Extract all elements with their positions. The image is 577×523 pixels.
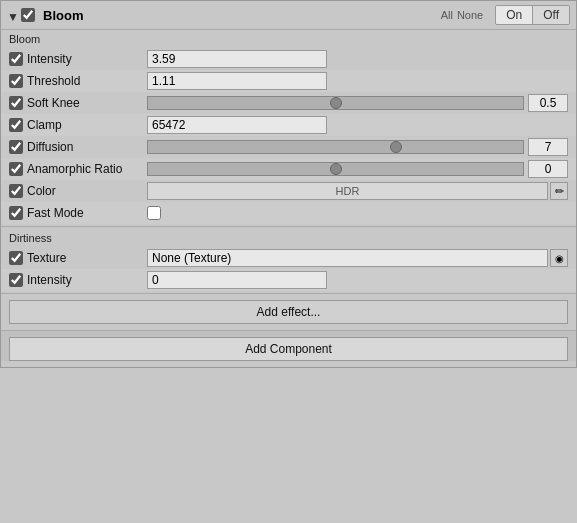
dirtiness-section-label: Dirtiness — [1, 229, 576, 247]
dirtiness-intensity-input[interactable] — [147, 271, 327, 289]
dirtiness-intensity-checkbox[interactable] — [9, 273, 23, 287]
soft-knee-label: Soft Knee — [27, 96, 147, 110]
section-divider — [1, 226, 576, 227]
texture-input[interactable] — [147, 249, 548, 267]
anamorphic-ratio-slider[interactable] — [147, 162, 524, 176]
texture-select-button[interactable]: ◉ — [550, 249, 568, 267]
collapse-triangle[interactable]: ▼ — [7, 10, 17, 20]
color-row: Color HDR ✏ — [1, 180, 576, 202]
texture-row: Texture ◉ — [1, 247, 576, 269]
panel-header: ▼ Bloom All None On Off — [1, 1, 576, 30]
soft-knee-input[interactable] — [528, 94, 568, 112]
threshold-checkbox[interactable] — [9, 74, 23, 88]
threshold-value — [147, 72, 568, 90]
diffusion-input[interactable] — [528, 138, 568, 156]
add-component-button[interactable]: Add Component — [9, 337, 568, 361]
off-button[interactable]: Off — [533, 6, 569, 24]
diffusion-value — [147, 138, 568, 156]
hdr-color-box[interactable]: HDR — [147, 182, 548, 200]
panel-title: Bloom — [43, 8, 437, 23]
texture-checkbox[interactable] — [9, 251, 23, 265]
on-button[interactable]: On — [496, 6, 533, 24]
bloom-panel: ▼ Bloom All None On Off Bloom Intensity … — [0, 0, 577, 368]
anamorphic-ratio-value — [147, 160, 568, 178]
anamorphic-ratio-input[interactable] — [528, 160, 568, 178]
color-checkbox[interactable] — [9, 184, 23, 198]
all-button[interactable]: All — [441, 9, 453, 21]
clamp-input[interactable] — [147, 116, 327, 134]
fast-mode-row: Fast Mode — [1, 202, 576, 224]
intensity-label: Intensity — [27, 52, 147, 66]
intensity-input[interactable] — [147, 50, 327, 68]
soft-knee-checkbox[interactable] — [9, 96, 23, 110]
threshold-row: Threshold — [1, 70, 576, 92]
clamp-checkbox[interactable] — [9, 118, 23, 132]
anamorphic-ratio-row: Anamorphic Ratio — [1, 158, 576, 180]
hdr-label: HDR — [336, 185, 360, 197]
none-button[interactable]: None — [457, 9, 483, 21]
diffusion-row: Diffusion — [1, 136, 576, 158]
threshold-input[interactable] — [147, 72, 327, 90]
all-none-group: All None — [441, 9, 484, 21]
clamp-value — [147, 116, 568, 134]
fast-mode-checkbox[interactable] — [147, 206, 161, 220]
intensity-row: Intensity — [1, 48, 576, 70]
fast-mode-label: Fast Mode — [27, 206, 147, 220]
bottom-divider — [1, 293, 576, 294]
diffusion-label: Diffusion — [27, 140, 147, 154]
threshold-label: Threshold — [27, 74, 147, 88]
anamorphic-ratio-label: Anamorphic Ratio — [27, 162, 147, 176]
color-label: Color — [27, 184, 147, 198]
bottom-area: Add Component — [1, 330, 576, 361]
fast-mode-value — [147, 206, 568, 220]
add-effect-button[interactable]: Add effect... — [9, 300, 568, 324]
dirtiness-intensity-label: Intensity — [27, 273, 147, 287]
panel-enable-checkbox[interactable] — [21, 8, 35, 22]
dirtiness-intensity-value — [147, 271, 568, 289]
bloom-section-label: Bloom — [1, 30, 576, 48]
soft-knee-slider[interactable] — [147, 96, 524, 110]
texture-value: ◉ — [147, 249, 568, 267]
clamp-row: Clamp — [1, 114, 576, 136]
anamorphic-ratio-checkbox[interactable] — [9, 162, 23, 176]
on-off-toggle: On Off — [495, 5, 570, 25]
diffusion-slider[interactable] — [147, 140, 524, 154]
intensity-checkbox[interactable] — [9, 52, 23, 66]
soft-knee-row: Soft Knee — [1, 92, 576, 114]
diffusion-checkbox[interactable] — [9, 140, 23, 154]
dirtiness-intensity-row: Intensity — [1, 269, 576, 291]
soft-knee-value — [147, 94, 568, 112]
intensity-value — [147, 50, 568, 68]
fast-mode-enable-checkbox[interactable] — [9, 206, 23, 220]
eyedropper-button[interactable]: ✏ — [550, 182, 568, 200]
color-value: HDR ✏ — [147, 182, 568, 200]
clamp-label: Clamp — [27, 118, 147, 132]
texture-label: Texture — [27, 251, 147, 265]
